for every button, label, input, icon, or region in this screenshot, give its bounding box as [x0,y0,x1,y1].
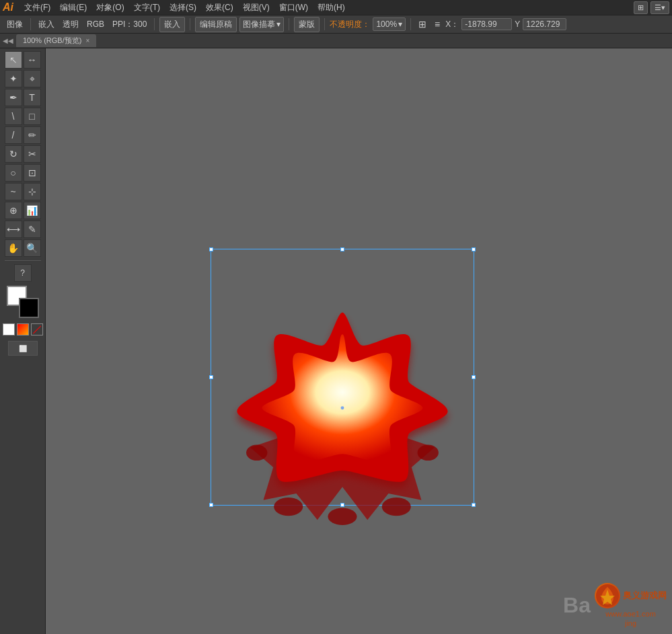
star-artwork [217,277,468,526]
watermark-url2: jing [625,619,636,627]
y-input[interactable] [523,18,566,30]
watermark-url: www.aoe1.com [605,610,656,618]
background-color[interactable] [19,298,39,318]
handle-top-mid[interactable] [340,247,344,251]
transparent-label: 透明 [60,17,81,32]
rect-tool[interactable]: □ [24,108,41,125]
tab-bar: ◀◀ 100% (RGB/预览) × [0,34,672,48]
menu-file[interactable]: 文件(F) [20,1,54,15]
workspace-icon[interactable]: ☰▾ [650,1,669,14]
separator-3 [190,18,190,30]
menu-help[interactable]: 帮助(H) [313,1,349,15]
watermark-b-text: Ba [563,593,591,618]
handle-top-left[interactable] [209,247,213,251]
ppi-label: PPI：300 [110,17,149,32]
tool-row-5: / ✏ [5,126,41,144]
toolbar: 图像 嵌入 透明 RGB PPI：300 嵌入 编辑原稿 图像描摹 ▾ 蒙版 不… [0,15,672,34]
direct-select-tool[interactable]: ↔ [24,51,41,69]
rgb-label: RGB [84,18,107,30]
transform-icon[interactable]: ⊞ [416,17,429,31]
color-area: ⬜ [3,286,43,356]
x-input[interactable] [461,18,512,30]
magic-wand-tool[interactable]: ✦ [5,70,22,87]
separator-6 [410,18,411,30]
menu-window[interactable]: 窗口(W) [275,1,312,15]
bar-chart-tool[interactable]: 📊 [24,202,41,219]
embed-label: 图像 [4,17,26,32]
none-icon[interactable] [31,323,43,335]
tool-separator [5,260,41,261]
tool-row-9: ⊕ 📊 [5,202,41,219]
scale-tool[interactable]: ○ [5,164,22,182]
tool-row-6: ↻ ✂ [5,145,41,163]
arrange-icon[interactable]: ⊞ [634,1,648,14]
lasso-tool[interactable]: ⌖ [24,70,41,87]
embed-button[interactable]: 嵌入 [159,17,185,32]
embed-sub-label: 嵌入 [36,17,57,32]
tool-row-3: ✒ T [5,89,41,106]
paint-brush-tool[interactable]: / [5,126,22,144]
menu-view[interactable]: 视图(V) [239,1,274,15]
scissors-tool[interactable]: ✂ [24,145,41,163]
image-trace-dropdown[interactable]: 图像描摹 ▾ [239,17,284,32]
handle-right-mid[interactable] [472,375,476,379]
tool-row-8: ~ ⊹ [5,183,41,200]
handle-top-right[interactable] [472,247,476,251]
gradient-icon[interactable] [17,323,29,335]
handle-bottom-left[interactable] [209,503,213,507]
main-layout: ↖ ↔ ✦ ⌖ ✒ T \ □ / ✏ ↻ ✂ ○ ⊡ ~ ⊹ [0,48,672,634]
document-tab[interactable]: 100% (RGB/预览) × [16,34,96,47]
separator-1 [30,18,31,30]
svg-point-5 [341,406,344,409]
menu-edit[interactable]: 编辑(E) [56,1,91,15]
menu-effect[interactable]: 效果(C) [202,1,237,15]
zoom-tool[interactable]: 🔍 [24,239,41,257]
help-tool[interactable]: ? [14,264,32,282]
collapse-button[interactable]: ◀◀ [3,37,13,44]
tool-row-2: ✦ ⌖ [5,70,41,87]
color-swatch[interactable] [7,286,39,318]
canvas-area: Ba 奥义游戏网 www.aoe1.com jing [46,48,672,634]
tool-row-4: \ □ [5,108,41,125]
tool-row-1: ↖ ↔ [5,51,41,69]
pen-tool[interactable]: ✒ [5,89,22,106]
eraser-tool[interactable]: ✎ [24,221,41,238]
select-tool[interactable]: ↖ [5,51,22,69]
hand-tool[interactable]: ✋ [5,239,22,257]
draw-mode-icon[interactable]: ⬜ [8,341,38,356]
symbol-spray-tool[interactable]: ⊹ [24,183,41,200]
pencil-tool[interactable]: ✏ [24,126,41,144]
svg-point-2 [382,498,411,516]
opacity-dropdown[interactable]: 100% ▾ [373,17,406,31]
menu-text[interactable]: 文字(T) [130,1,164,15]
line-tool[interactable]: \ [5,108,22,125]
left-toolbar: ↖ ↔ ✦ ⌖ ✒ T \ □ / ✏ ↻ ✂ ○ ⊡ ~ ⊹ [0,48,46,634]
handle-left-mid[interactable] [209,375,213,379]
svg-point-4 [418,445,439,461]
handle-bottom-right[interactable] [472,503,476,507]
x-label: X： [445,19,459,30]
fill-color-icon[interactable] [3,323,15,335]
menu-object[interactable]: 对象(O) [92,1,128,15]
help-tool-row: ? [14,264,32,282]
svg-point-1 [328,508,357,525]
watermark: Ba 奥义游戏网 www.aoe1.com jing [563,583,667,627]
warp-tool[interactable]: ⊡ [24,164,41,182]
edit-original-button[interactable]: 编辑原稿 [195,17,237,32]
logo-svg [596,584,619,607]
mask-button[interactable]: 蒙版 [294,17,320,32]
column-chart-tool[interactable]: ⊕ [5,202,22,219]
rotate-tool[interactable]: ↻ [5,145,22,163]
star-svg [217,274,468,529]
separator-5 [324,18,325,30]
free-transform-tool[interactable]: ~ [5,183,22,200]
type-tool[interactable]: T [24,89,41,106]
tool-row-10: ⟷ ✎ [5,221,41,238]
slice-tool[interactable]: ⟷ [5,221,22,238]
svg-point-3 [246,445,267,461]
menu-select[interactable]: 选择(S) [165,1,200,15]
align-icon[interactable]: ≡ [432,17,443,31]
tab-label: 100% (RGB/预览) [23,36,81,46]
tab-close-button[interactable]: × [85,37,89,44]
separator-2 [154,18,155,30]
